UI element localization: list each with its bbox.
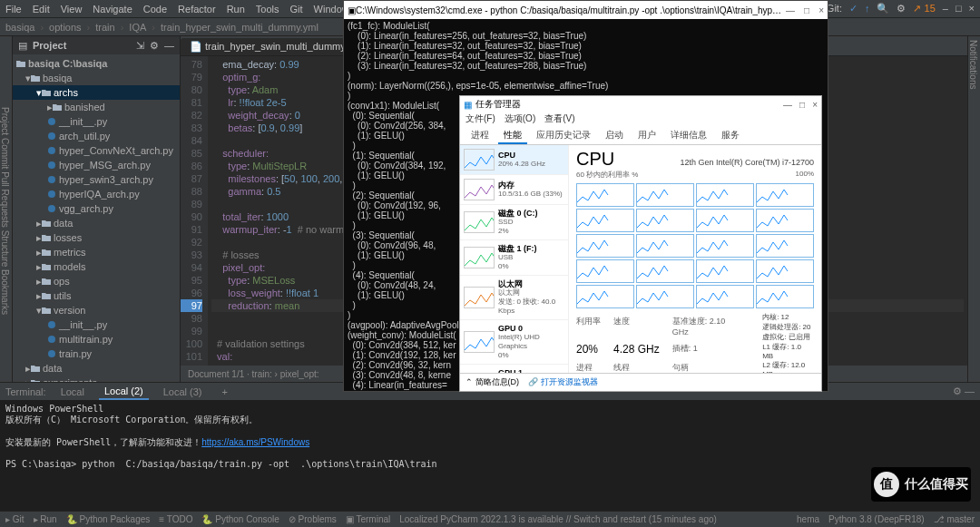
tree-item[interactable]: hyperIQA_arch.py <box>13 187 180 201</box>
taskmgr-fewer-details[interactable]: ⌃ 简略信息(D) <box>466 376 519 388</box>
statusbar-item[interactable]: ⎇ master <box>934 514 975 524</box>
taskmgr-sidebar-item[interactable]: 以太网以太网发送: 0 接收: 40.0 Kbps <box>460 276 568 320</box>
taskmgr-tab[interactable]: 详细信息 <box>665 127 712 144</box>
tree-item[interactable]: arch_util.py <box>13 129 180 143</box>
breadcrumb-item[interactable]: basiqa <box>5 22 34 33</box>
menu-code[interactable]: Code <box>143 4 167 15</box>
tree-item[interactable]: train.py <box>13 346 180 361</box>
taskmgr-sidebar-item[interactable]: GPU 0Intel(R) UHD Graphics0% <box>460 320 568 365</box>
menu-navigate[interactable]: Navigate <box>93 4 132 15</box>
settings-icon[interactable]: ⚙ <box>897 3 906 15</box>
tree-root[interactable]: basiqa C:\basiqa <box>13 56 180 71</box>
tree-item[interactable]: __init__.py <box>13 317 180 332</box>
task-manager-window[interactable]: ▦ 任务管理器 — □ × 文件(F)选项(O)查看(V) 进程性能应用历史记录… <box>459 95 822 392</box>
menu-run[interactable]: Run <box>227 4 245 15</box>
taskmgr-sidebar-item[interactable]: 磁盘 1 (F:)USB0% <box>460 240 568 276</box>
tree-item[interactable]: multitrain.py <box>13 332 180 346</box>
tree-item[interactable]: ▾ version <box>13 303 180 317</box>
cmd-maximize-icon[interactable]: □ <box>804 5 809 15</box>
breadcrumb-item[interactable]: train_hyper_swin_multi_dummy.yml <box>161 22 318 33</box>
statusbar-item[interactable]: 🐍 Python Console <box>201 514 279 524</box>
terminal-output[interactable]: Windows PowerShell 版权所有（C） Microsoft Cor… <box>0 400 980 511</box>
settings-icon[interactable]: ⚙ <box>150 40 159 52</box>
taskmgr-sidebar-item[interactable]: 磁盘 0 (C:)SSD2% <box>460 205 568 240</box>
taskmgr-tabs[interactable]: 进程性能应用历史记录启动用户详细信息服务 <box>460 127 821 145</box>
statusbar-item[interactable]: ▣ Terminal <box>346 514 390 524</box>
menu-file[interactable]: File <box>5 4 22 15</box>
terminal-tab[interactable]: Local (2) <box>99 384 149 400</box>
statusbar-item[interactable]: hema <box>797 514 819 524</box>
project-tree[interactable]: basiqa C:\basiqa▾ basiqa▾ archs▸ banishe… <box>13 54 180 382</box>
taskmgr-maximize-icon[interactable]: □ <box>799 100 805 110</box>
terminal-tab[interactable]: Local (3) <box>158 385 208 399</box>
git-check-icon[interactable]: ✓ <box>849 3 858 15</box>
terminal-tab[interactable]: Local <box>55 385 90 399</box>
breadcrumb-item[interactable]: train <box>95 22 114 33</box>
statusbar-item[interactable]: Python 3.8 (DeepFR18) <box>828 514 925 524</box>
terminal-settings-icon[interactable]: ⚙ — <box>953 385 975 397</box>
breadcrumb-item[interactable]: options <box>49 22 81 33</box>
statusbar-item[interactable]: ⊘ Problems <box>289 514 337 524</box>
taskmgr-minimize-icon[interactable]: — <box>783 100 792 110</box>
cmd-titlebar[interactable]: ▣ C:\Windows\system32\cmd.exe - python C… <box>344 1 828 19</box>
tree-item[interactable]: ▸ data <box>13 216 180 230</box>
bookmarks-tool-button[interactable]: Bookmarks <box>0 269 10 315</box>
taskmgr-tab[interactable]: 服务 <box>716 127 745 144</box>
tree-item[interactable]: ▾ basiqa <box>13 71 180 85</box>
tree-item[interactable]: ▸ ops <box>13 274 180 288</box>
taskmgr-tab[interactable]: 应用历史记录 <box>531 127 596 144</box>
tree-item[interactable]: ▸ banished <box>13 100 180 114</box>
taskmgr-tab[interactable]: 性能 <box>498 127 527 144</box>
tree-item[interactable]: hyper_swin3_arch.py <box>13 172 180 187</box>
project-tool-button[interactable]: Project <box>0 107 10 135</box>
commit-tool-button[interactable]: Commit <box>0 138 10 169</box>
taskmgr-titlebar[interactable]: ▦ 任务管理器 — □ × <box>460 96 821 112</box>
tree-item[interactable]: ▸ data <box>13 361 180 376</box>
notifications-tool-button[interactable]: Notifications <box>968 40 978 89</box>
tree-item[interactable]: vgg_arch.py <box>13 201 180 216</box>
pull-requests-tool-button[interactable]: Pull Requests <box>0 171 10 228</box>
taskmgr-sidebar-item[interactable]: 内存10.5/31.6 GB (33%) <box>460 175 568 205</box>
taskmgr-open-resmon[interactable]: 🔗 打开资源监视器 <box>528 376 598 388</box>
taskmgr-tab[interactable]: 进程 <box>466 127 495 144</box>
minimize-icon[interactable]: – <box>943 3 948 15</box>
tree-item[interactable]: ▸ models <box>13 259 180 274</box>
taskmgr-sidebar-item[interactable]: CPU20% 4.28 GHz <box>460 145 568 175</box>
breadcrumb-item[interactable]: IQA <box>129 22 146 33</box>
taskmgr-menu[interactable]: 文件(F)选项(O)查看(V) <box>460 112 821 127</box>
statusbar-item[interactable]: ▸ Git <box>5 514 24 524</box>
taskmgr-sidebar[interactable]: CPU20% 4.28 GHz内存10.5/31.6 GB (33%)磁盘 0 … <box>460 145 569 373</box>
tree-item[interactable]: hyper_MSG_arch.py <box>13 158 180 172</box>
structure-tool-button[interactable]: Structure <box>0 230 10 268</box>
taskmgr-sidebar-item[interactable]: GPU 1NVIDIA GeForce RTX ...83% (61 °C) <box>460 365 568 373</box>
terminal-tab[interactable]: + <box>217 385 233 399</box>
maximize-icon[interactable]: □ <box>956 3 962 15</box>
menu-refactor[interactable]: Refactor <box>178 4 216 15</box>
taskmgr-menu-item[interactable]: 查看(V) <box>544 112 574 127</box>
taskmgr-tab[interactable]: 启动 <box>600 127 629 144</box>
cmd-minimize-icon[interactable]: — <box>786 5 795 15</box>
menu-view[interactable]: View <box>61 4 83 15</box>
menu-edit[interactable]: Edit <box>33 4 50 15</box>
statusbar-item[interactable]: ≡ TODO <box>159 514 192 524</box>
notif-badge[interactable]: ↗ 15 <box>913 3 935 15</box>
menu-tools[interactable]: Tools <box>256 4 279 15</box>
tree-item[interactable]: ▸ losses <box>13 230 180 245</box>
taskmgr-tab[interactable]: 用户 <box>632 127 662 144</box>
close-icon[interactable]: × <box>969 3 975 15</box>
collapse-icon[interactable]: ⇲ <box>136 40 144 52</box>
tree-item[interactable]: ▸ utils <box>13 288 180 303</box>
taskmgr-menu-item[interactable]: 选项(O) <box>505 112 535 127</box>
tree-item[interactable]: ▸ metrics <box>13 245 180 259</box>
taskmgr-close-icon[interactable]: × <box>812 100 818 110</box>
statusbar-item[interactable]: 🐍 Python Packages <box>66 514 151 524</box>
search-icon[interactable]: 🔍 <box>877 3 889 15</box>
taskmgr-menu-item[interactable]: 文件(F) <box>466 112 495 127</box>
menu-git[interactable]: Git <box>290 4 303 15</box>
tree-item[interactable]: hyper_ConvNeXt_arch.py <box>13 143 180 158</box>
hide-icon[interactable]: — <box>164 40 174 52</box>
statusbar-item[interactable]: ▸ Run <box>34 514 57 524</box>
git-up-icon[interactable]: ↑ <box>865 3 870 15</box>
tree-item[interactable]: __init__.py <box>13 114 180 129</box>
cmd-close-icon[interactable]: × <box>818 5 824 15</box>
